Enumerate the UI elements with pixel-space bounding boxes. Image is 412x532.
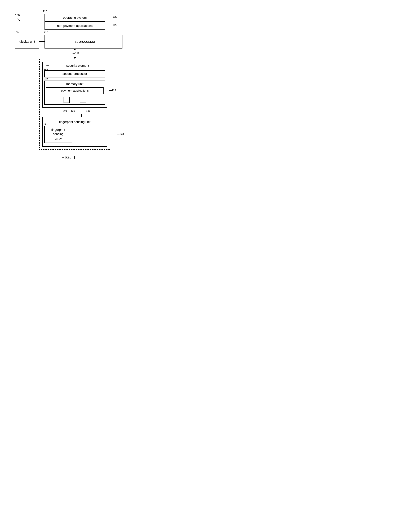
square-136-item <box>80 97 86 103</box>
display-box: display unit <box>15 35 39 48</box>
ref-124: —124 <box>109 89 116 92</box>
ref-141: 141 <box>44 123 48 125</box>
svg-line-0 <box>16 18 19 20</box>
ref-135: 135 <box>71 109 75 112</box>
connector-top-to-proc <box>69 30 69 33</box>
fp-array-box: fingerprint sensing array <box>44 126 72 143</box>
fingerprint-sensing-box: fingerprint sensing unit 141 fingerprint… <box>42 117 107 147</box>
ref-140: 140 <box>63 109 67 112</box>
second-proc-box: second processor <box>44 70 105 77</box>
display-connector-line <box>39 41 45 42</box>
ref-110: 110 <box>44 31 48 34</box>
ref-100: 100 <box>15 14 20 22</box>
fp-array-area: 141 fingerprint sensing array <box>44 126 105 143</box>
os-box: operating system <box>45 14 105 22</box>
ref-120: 120 <box>43 10 47 13</box>
ref-136: 136 <box>86 109 90 112</box>
ref-130: 130 <box>44 64 49 67</box>
fp-array-label: fingerprint sensing array <box>51 128 65 141</box>
first-proc-area: 110 first processor <box>45 35 122 48</box>
security-title-area: 130 security element <box>44 64 105 69</box>
security-element-box: 130 security element 131 second processo… <box>42 62 107 108</box>
second-proc-area: 131 second processor <box>44 70 105 77</box>
sq-refs-row: 140 135 136 <box>45 109 107 113</box>
ref-112: —112 <box>73 52 79 55</box>
line-136 <box>81 114 82 117</box>
security-element-label: security element <box>50 64 105 67</box>
ref-132: 132 <box>44 77 48 80</box>
line-135 <box>71 114 71 117</box>
display-area: 150 display unit <box>15 35 39 48</box>
small-squares-row <box>46 97 103 103</box>
ref-131: 131 <box>44 67 48 70</box>
arrow-section: —112 <box>45 48 105 59</box>
fingerprint-label: fingerprint sensing unit <box>44 120 105 124</box>
memory-area: 132 memory unit payment applications —12… <box>44 81 105 105</box>
ref-122: —122 <box>110 15 117 18</box>
square-135 <box>64 97 70 103</box>
ref-136-area: 136 <box>86 109 90 113</box>
square-135-item <box>64 97 70 103</box>
ref-140-area: 140 135 <box>62 109 76 113</box>
square-136 <box>80 97 86 103</box>
ref-150: 150 <box>14 31 19 34</box>
memory-box: memory unit payment applications —124 <box>44 81 105 105</box>
payment-box: payment applications <box>46 87 103 94</box>
connector-lines <box>45 114 107 117</box>
payment-area: payment applications —124 <box>46 87 103 94</box>
ref-170: —170 <box>117 133 124 135</box>
memory-label: memory unit <box>46 82 103 86</box>
ref-126: —126 <box>110 23 117 26</box>
nonpay-box: non-payment applications <box>45 22 105 30</box>
fig-label: FIG. 1 <box>15 155 122 160</box>
arrow-up <box>74 48 76 50</box>
arrow-down <box>74 57 76 59</box>
first-proc-box: first processor <box>45 35 122 48</box>
dashed-outer-box: —170 130 security element 131 second pro… <box>39 59 110 150</box>
middle-section: 150 display unit 110 first processor <box>15 33 122 48</box>
